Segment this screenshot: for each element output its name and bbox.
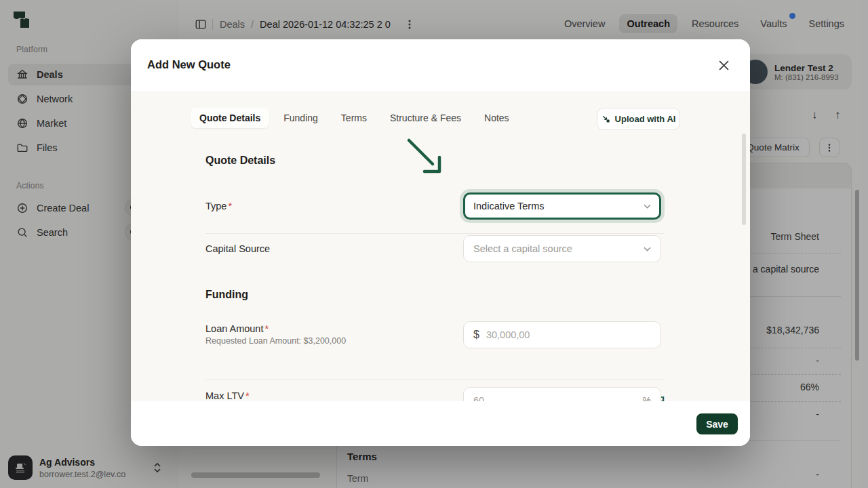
tab-structure-fees[interactable]: Structure & Fees — [381, 108, 470, 128]
type-select-value: Indicative Terms — [473, 201, 545, 211]
tab-terms[interactable]: Terms — [332, 108, 376, 128]
capital-source-label: Capital Source — [205, 243, 270, 254]
save-button[interactable]: Save — [696, 413, 738, 434]
tab-quote-details[interactable]: Quote Details — [191, 108, 269, 128]
max-ltv-label-text: Max LTV — [205, 390, 244, 401]
type-label-text: Type — [205, 201, 226, 211]
chevron-down-icon — [644, 204, 651, 209]
annotation-arrow-icon — [397, 132, 451, 180]
capital-source-placeholder: Select a capital source — [473, 243, 572, 254]
modal-title: Add New Quote — [147, 58, 231, 71]
close-icon — [719, 60, 729, 70]
loan-amount-hint: Requested Loan Amount: $3,200,000 — [205, 336, 346, 346]
type-select[interactable]: Indicative Terms — [463, 192, 661, 220]
required-marker: * — [245, 390, 250, 401]
add-new-quote-modal: Add New Quote Quote Details Funding Term… — [131, 39, 750, 446]
upload-with-ai-button[interactable]: Upload with AI — [597, 108, 680, 130]
capital-source-select[interactable]: Select a capital source — [463, 235, 661, 262]
field-divider — [205, 380, 665, 380]
app-screen: Platform Deals Network Market — [0, 0, 868, 488]
dollar-prefix-icon: $ — [473, 329, 479, 341]
chevron-down-icon — [644, 247, 651, 251]
modal-tabs: Quote Details Funding Terms Structure & … — [191, 108, 518, 128]
funding-heading: Funding — [205, 289, 248, 301]
ai-upload-icon — [601, 115, 610, 123]
field-divider — [205, 233, 665, 234]
loan-amount-label-text: Loan Amount — [205, 323, 263, 334]
loan-amount-label: Loan Amount* — [205, 323, 269, 334]
close-button[interactable] — [716, 58, 731, 73]
upload-with-ai-label: Upload with AI — [615, 114, 676, 124]
modal-footer: Save — [131, 401, 750, 446]
quote-details-heading: Quote Details — [205, 155, 275, 167]
required-marker: * — [264, 323, 269, 334]
required-marker: * — [228, 201, 232, 211]
loan-amount-input[interactable] — [486, 329, 651, 340]
type-label: Type* — [205, 201, 232, 211]
tab-funding[interactable]: Funding — [275, 108, 327, 128]
tab-notes[interactable]: Notes — [475, 108, 518, 128]
modal-scrollbar-thumb[interactable] — [742, 134, 746, 225]
max-ltv-label: Max LTV* — [205, 390, 250, 401]
loan-amount-field: $ — [463, 321, 661, 348]
